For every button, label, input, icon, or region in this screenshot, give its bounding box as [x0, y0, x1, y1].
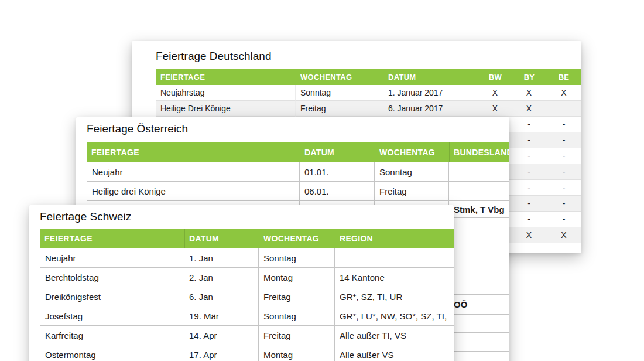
column-header-region: REGION	[335, 229, 454, 248]
cell-be: -	[546, 132, 581, 148]
cell-bw: X	[478, 101, 512, 117]
table-row: Dreikönigsfest 6. Jan Freitag GR*, SZ, T…	[40, 287, 454, 306]
table-header-row: FEIERTAGE DATUM WOCHENTAG BUNDESLAND	[87, 142, 509, 162]
cell-region: GR*, SZ, TI, UR	[335, 287, 454, 306]
cell-bundesland	[449, 182, 509, 201]
cell-by: X	[512, 85, 546, 101]
cell-by: -	[512, 164, 546, 180]
cell-region: Alle außer TI, VS	[335, 326, 454, 345]
card-title-schweiz: Feiertage Schweiz	[40, 210, 131, 224]
table-header-row: FEIERTAGE DATUM WOCHENTAG REGION	[40, 229, 454, 248]
cell-datum: 06.01.	[300, 182, 375, 201]
column-header-datum: DATUM	[383, 69, 478, 85]
cell-datum: 2. Jan	[184, 268, 259, 287]
column-header-feiertage: FEIERTAGE	[156, 69, 296, 85]
cell-datum: 01.01.	[300, 162, 375, 182]
table-row: Karfreitag 14. Apr Freitag Alle außer TI…	[40, 326, 454, 345]
cell-wochentag: Freitag	[259, 287, 335, 306]
cell-region: 14 Kantone	[335, 268, 454, 287]
cell-by: -	[512, 196, 546, 212]
cell-be: -	[546, 148, 581, 164]
cell-bundesland	[449, 218, 509, 256]
cell-be: -	[546, 117, 581, 132]
cell-bundesland: OÖ	[449, 295, 509, 315]
cell-be	[546, 101, 581, 117]
cell-bundesland	[449, 333, 509, 352]
cell-be: -	[546, 164, 581, 180]
cell-feiertage: Heilige Drei Könige	[156, 101, 296, 117]
column-header-feiertage: FEIERTAGE	[87, 142, 300, 162]
cell-bundesland	[449, 162, 509, 182]
table-row: Neujahr 01.01. Sonntag	[87, 162, 509, 182]
cell-by: -	[512, 180, 546, 196]
table-row: Heilige Drei Könige Freitag 6. Januar 20…	[156, 101, 581, 117]
column-header-wochentag: WOCHENTAG	[296, 69, 383, 85]
cell-feiertage: Ostermontag	[40, 345, 184, 361]
cell-datum: 14. Apr	[184, 326, 259, 345]
table-row: Neujahr 1. Jan Sonntag	[40, 248, 454, 268]
cell-feiertage: Heilige drei Könige	[87, 182, 300, 201]
card-title-deutschland: Feiertrage Deutschland	[156, 49, 272, 63]
table-feiertage-schweiz: FEIERTAGE DATUM WOCHENTAG REGION Neujahr…	[40, 229, 454, 361]
column-header-wochentag: WOCHENTAG	[375, 142, 449, 162]
cell-wochentag: Montag	[259, 345, 335, 361]
cell-bw: X	[478, 85, 512, 101]
column-header-wochentag: WOCHENTAG	[259, 229, 335, 248]
cell-wochentag: Sonntag	[375, 162, 449, 182]
cell-wochentag: Freitag	[375, 182, 449, 201]
cell-datum: 1. Januar 2017	[383, 85, 478, 101]
cell-datum: 6. Januar 2017	[383, 101, 478, 117]
table-row: Berchtoldstag 2. Jan Montag 14 Kantone	[40, 268, 454, 287]
column-header-bw: BW	[478, 69, 512, 85]
cell-region: GR*, LU*, NW, SO*, SZ, TI,	[335, 306, 454, 326]
cell-be: -	[546, 196, 581, 212]
cell-by: X	[512, 101, 546, 117]
cell-wochentag: Montag	[259, 268, 335, 287]
cell-bundesland	[449, 315, 509, 333]
cell-region	[335, 248, 454, 268]
column-header-bundesland: BUNDESLAND	[449, 142, 509, 162]
table-row: Heilige drei Könige 06.01. Freitag	[87, 182, 509, 201]
table-row: Neujahrstag Sonntag 1. Januar 2017 X X X	[156, 85, 581, 101]
cell-be: X	[546, 227, 581, 243]
cell-feiertage: Neujahr	[40, 248, 184, 268]
cell-by: -	[512, 212, 546, 227]
cell-be: X	[546, 85, 581, 101]
table-row: Ostermontag 17. Apr Montag Alle außer VS	[40, 345, 454, 361]
table-header-row: FEIERTAGE WOCHENTAG DATUM BW BY BE	[156, 69, 581, 85]
cell-feiertage: Neujahrstag	[156, 85, 296, 101]
card-title-oesterreich: Feiertage Österreich	[87, 122, 188, 136]
cell-feiertage: Neujahr	[87, 162, 300, 182]
cell-by: -	[512, 148, 546, 164]
cell-wochentag: Sonntag	[259, 306, 335, 326]
cell-wochentag: Freitag	[259, 326, 335, 345]
page-background: Feiertrage Deutschland FEIERTAGE WOCHENT…	[0, 0, 644, 361]
cell-be	[546, 243, 581, 253]
column-header-feiertage: FEIERTAGE	[40, 229, 184, 248]
cell-region: Alle außer VS	[335, 345, 454, 361]
cell-by	[512, 243, 546, 253]
column-header-datum: DATUM	[184, 229, 259, 248]
cell-be: -	[546, 212, 581, 227]
table-row: Josefstag 19. Mär Sonntag GR*, LU*, NW, …	[40, 306, 454, 326]
cell-wochentag: Sonntag	[296, 85, 383, 101]
cell-by: -	[512, 132, 546, 148]
column-header-datum: DATUM	[300, 142, 375, 162]
cell-wochentag: Freitag	[296, 101, 383, 117]
cell-datum: 6. Jan	[184, 287, 259, 306]
cell-bundesland	[449, 352, 509, 361]
cell-datum: 17. Apr	[184, 345, 259, 361]
cell-feiertage: Karfreitag	[40, 326, 184, 345]
card-feiertage-schweiz[interactable]: Feiertage Schweiz FEIERTAGE DATUM WOCHEN…	[29, 205, 454, 361]
cell-bundesland	[449, 256, 509, 275]
cell-be: -	[546, 180, 581, 196]
cell-feiertage: Dreikönigsfest	[40, 287, 184, 306]
cell-feiertage: Josefstag	[40, 306, 184, 326]
cell-datum: 19. Mär	[184, 306, 259, 326]
cell-bundesland: Stmk, T Vbg	[449, 201, 509, 218]
column-header-be: BE	[546, 69, 581, 85]
cell-by: X	[512, 227, 546, 243]
cell-wochentag: Sonntag	[259, 248, 335, 268]
cell-datum: 1. Jan	[184, 248, 259, 268]
cell-bundesland	[449, 275, 509, 295]
